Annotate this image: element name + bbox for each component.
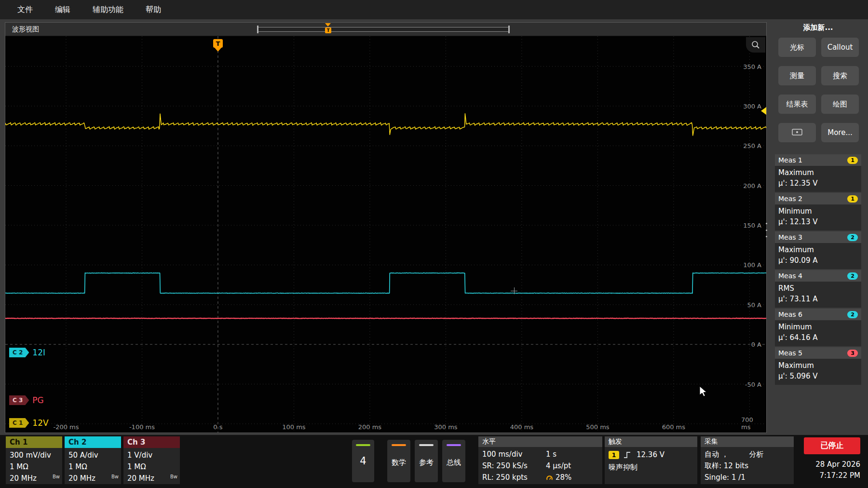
trigger-position-flag[interactable]: T (213, 39, 223, 48)
cursor-button[interactable]: 光标 (778, 38, 816, 57)
horizontal-settings[interactable]: 水平 100 ms/div 1 s SR: 250 kS/s 4 μs/pt R… (478, 436, 602, 484)
bottom-settings-bar: 4 水平 100 ms/div 1 s SR: 250 kS/s 4 μs/pt… (0, 435, 868, 488)
acquisition-overview-bar[interactable]: T (257, 27, 510, 32)
more-button[interactable]: More... (821, 123, 859, 142)
run-stop-button[interactable]: 已停止 (804, 437, 860, 454)
time-label: 7:17:22 PM (815, 470, 860, 481)
measurement-name: Meas 2 (778, 195, 802, 203)
bandwidth-badge: Bw (53, 471, 60, 483)
x-axis-label: 700 ms (741, 416, 758, 431)
measurement-meas-5[interactable]: Meas 53Maximumμ': 5.096 V (775, 347, 861, 385)
horizontal-scale: 100 ms/div (482, 448, 546, 460)
measurement-name: Meas 5 (778, 349, 802, 357)
measurement-value: μ': 12.35 V (778, 178, 858, 189)
measure-button[interactable]: 测量 (778, 66, 816, 85)
channel-settings-2[interactable]: Ch 250 A/div1 MΩ20 MHzBw (65, 436, 121, 484)
channel-name: Ch 3 (123, 436, 180, 448)
channel-badge-pg[interactable]: C 3PG (9, 395, 44, 405)
y-axis-label: 250 A (743, 142, 761, 149)
add-ch4-button[interactable]: 4 (352, 440, 374, 482)
trigger-title: 触发 (605, 436, 697, 447)
scope-screen-icon (792, 129, 802, 136)
screen-capture-button[interactable] (778, 123, 816, 142)
x-axis-label: -100 ms (129, 423, 155, 431)
measurement-meas-3[interactable]: Meas 32Maximumμ': 90.09 A (775, 231, 861, 269)
measurement-value: μ': 73.11 A (778, 294, 858, 304)
channel-badge-12v[interactable]: C 112V (9, 418, 49, 428)
trigger-settings[interactable]: 触发 1 12.36 V 噪声抑制 (605, 436, 697, 484)
acquisition-mode: 自动 ， (705, 448, 749, 460)
x-axis-label: 0 s (213, 423, 222, 431)
trace-ch1-12v (5, 114, 766, 136)
measurement-stat: Maximum (778, 360, 858, 371)
zoom-button[interactable] (746, 37, 765, 53)
bandwidth-badge: Bw (111, 471, 119, 483)
x-axis-label: 500 ms (586, 423, 609, 431)
crosshair-marker (511, 287, 517, 294)
menu-item-2[interactable]: 编辑 (55, 5, 70, 15)
channel-settings-3[interactable]: Ch 31 V/div1 MΩ20 MHzBw (123, 436, 180, 484)
acquisition-sampling: 取样: 12 bits (701, 460, 794, 472)
acquisition-settings[interactable]: 采集 自动 ， 分析 取样: 12 bits Single: 1 /1 (701, 436, 794, 484)
measurement-stat: RMS (778, 283, 858, 294)
x-axis-label: 600 ms (662, 423, 685, 431)
channel-settings-1[interactable]: Ch 1300 mV/div1 MΩ20 MHzBw (6, 436, 62, 484)
resolution: 4 μs/pt (546, 460, 602, 472)
measurement-meas-1[interactable]: Meas 11Maximumμ': 12.35 V (775, 154, 861, 192)
trigger-level: 12.36 V (637, 450, 665, 459)
right-sidebar: 添加新... 光标Callout测量搜索结果表绘图More... Meas 11… (772, 19, 868, 435)
measurement-source-badge: 2 (847, 234, 858, 241)
compression-icon (546, 474, 553, 481)
panel-title: 波形视图 (12, 25, 39, 34)
trigger-triangle-icon (325, 23, 331, 27)
y-axis-label: 350 A (743, 63, 761, 70)
y-axis-label: -50 A (745, 380, 761, 388)
plot-button[interactable]: 绘图 (821, 95, 859, 114)
ch1-level-marker[interactable] (761, 107, 766, 115)
measurement-source-badge: 2 (847, 311, 858, 318)
channel-label: PG (32, 395, 43, 405)
button-color-bar (419, 444, 434, 446)
button-color-bar (392, 444, 406, 446)
channel-setting-line: 1 V/div (127, 449, 180, 461)
measurement-name: Meas 4 (778, 272, 802, 280)
waveform-plot-area[interactable]: 350 A300 A250 A200 A150 A100 A50 A0 A-50… (5, 36, 766, 433)
results-table-button[interactable]: 结果表 (778, 95, 816, 114)
measurement-value: μ': 90.09 A (778, 255, 858, 266)
overview-right-cap (508, 26, 510, 33)
y-axis-label: 0 A (751, 341, 761, 348)
channel-badge-12i[interactable]: C 212I (9, 348, 45, 357)
trigger-source-badge: 1 (609, 451, 619, 459)
menu-bar: 文件编辑辅助功能帮助 (0, 0, 868, 19)
y-axis-label: 300 A (743, 102, 761, 109)
measurement-meas-4[interactable]: Meas 42RMSμ': 73.11 A (775, 270, 861, 308)
reference-button[interactable]: 参考 (415, 440, 438, 482)
panel-resize-handle[interactable] (765, 223, 768, 237)
bus-button[interactable]: 总线 (442, 440, 465, 482)
menu-item-3[interactable]: 辅助功能 (93, 5, 123, 15)
measurement-results-list: Meas 11Maximumμ': 12.35 VMeas 21Minimumμ… (775, 154, 861, 385)
menu-item-4[interactable]: 帮助 (146, 5, 161, 15)
y-axis-label: 200 A (743, 182, 761, 189)
horizontal-duration: 1 s (546, 448, 602, 460)
measurement-meas-2[interactable]: Meas 21Minimumμ': 12.13 V (775, 193, 861, 230)
datetime: 28 Apr 2026 7:17:22 PM (815, 459, 860, 481)
trace-ch2-12i (5, 273, 766, 294)
waveform-view-titlebar: 波形视图 T (5, 23, 766, 36)
measurement-source-badge: 1 (847, 195, 858, 203)
menu-item-1[interactable]: 文件 (17, 5, 33, 15)
bandwidth-badge: Bw (170, 471, 177, 483)
measurement-meas-6[interactable]: Meas 62Minimumμ': 64.16 A (775, 309, 861, 346)
math-button[interactable]: 数学 (387, 440, 410, 482)
callout-button[interactable]: Callout (821, 38, 859, 57)
sidebar-button-grid: 光标Callout测量搜索结果表绘图More... (778, 38, 859, 142)
search-button[interactable]: 搜索 (821, 66, 859, 85)
measurement-name: Meas 1 (778, 156, 802, 164)
trigger-t-label: T (325, 27, 331, 33)
magnifier-icon (751, 41, 760, 49)
channel-name: Ch 2 (65, 436, 121, 448)
measurement-source-badge: 3 (847, 350, 858, 357)
measurement-stat: Maximum (778, 244, 858, 255)
button-label: 数学 (387, 458, 410, 467)
acquisition-single: Single: 1 /1 (701, 472, 794, 483)
